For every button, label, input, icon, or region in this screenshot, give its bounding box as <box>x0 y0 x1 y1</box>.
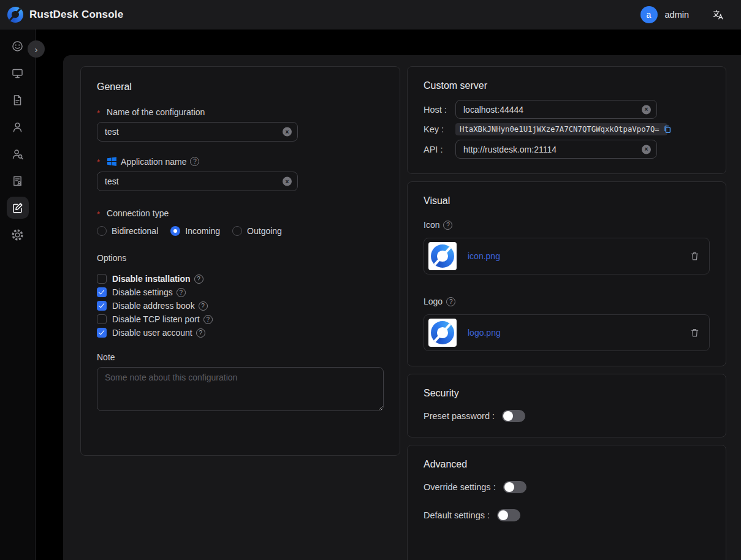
clear-icon[interactable]: × <box>283 177 292 186</box>
custom-server-card: Custom server Host : × Key : HtaXBkJNHyn… <box>407 66 726 174</box>
key-label: Key : <box>424 124 455 134</box>
app-header: RustDesk Console a admin <box>0 0 741 29</box>
host-input[interactable] <box>455 100 657 119</box>
key-value: HtaXBkJNHyn0e1U1jWXze7A7CN7QTGWqxkOtpaVp… <box>460 125 659 134</box>
override-settings-toggle[interactable] <box>503 481 526 493</box>
checkbox-disable-tcp-listen-port[interactable]: Disable TCP listen port? <box>97 314 384 324</box>
trash-icon[interactable] <box>690 251 699 261</box>
checkbox-disable-address-book[interactable]: Disable address book? <box>97 301 384 311</box>
logo-label: Logo ? <box>424 297 710 306</box>
radio-icon <box>232 226 242 236</box>
sidebar-item-settings[interactable] <box>7 224 29 246</box>
checkbox-icon <box>97 301 107 311</box>
preset-password-label: Preset password : <box>424 411 495 421</box>
help-icon[interactable]: ? <box>199 301 208 311</box>
windows-logo-icon <box>107 156 117 167</box>
radio-icon <box>97 226 107 236</box>
sidebar-item-groups[interactable] <box>7 143 29 165</box>
config-name-label: Name of the configuration <box>97 107 384 117</box>
help-icon[interactable]: ? <box>177 288 186 297</box>
help-icon[interactable]: ? <box>203 315 213 324</box>
security-card: Security Preset password : <box>407 374 726 437</box>
api-label: API : <box>424 145 455 154</box>
user-search-icon <box>11 148 24 161</box>
icon-label: Icon ? <box>424 220 710 230</box>
options-label: Options <box>97 253 384 263</box>
visual-card: Visual Icon ? icon.png <box>407 181 726 366</box>
note-label: Note <box>97 352 384 362</box>
logo-filename-link[interactable]: logo.png <box>468 328 690 338</box>
security-title: Security <box>424 388 710 399</box>
checkbox-icon <box>97 328 107 338</box>
clear-icon[interactable]: × <box>642 145 651 154</box>
preset-password-toggle[interactable] <box>502 410 525 422</box>
app-title: RustDesk Console <box>29 9 123 21</box>
help-icon[interactable]: ? <box>446 297 455 306</box>
help-icon[interactable]: ? <box>196 328 205 338</box>
sidebar-item-users[interactable] <box>7 116 29 138</box>
sidebar-item-audit[interactable] <box>7 170 29 192</box>
default-settings-toggle[interactable] <box>497 509 520 521</box>
checkbox-icon <box>97 287 107 297</box>
user-name[interactable]: admin <box>665 10 690 20</box>
radio-outgoing[interactable]: Outgoing <box>232 226 282 236</box>
connection-type-group: Bidirectional Incoming Outgoing <box>97 226 384 236</box>
options-group: Disable installation? Disable settings? … <box>97 274 384 338</box>
app-name-input[interactable] <box>97 172 298 191</box>
api-input[interactable] <box>455 140 657 159</box>
connection-type-label: Connection type <box>97 208 384 218</box>
rustdesk-logo-icon <box>7 7 23 23</box>
document-user-icon <box>11 175 24 187</box>
visual-title: Visual <box>424 195 710 206</box>
logo-upload-row: logo.png <box>424 314 710 351</box>
help-icon[interactable]: ? <box>443 221 452 230</box>
radio-icon <box>170 226 180 236</box>
sidebar-item-devices[interactable] <box>7 62 29 84</box>
clear-icon[interactable]: × <box>283 127 292 137</box>
checkbox-disable-settings[interactable]: Disable settings? <box>97 287 384 297</box>
checkbox-disable-installation[interactable]: Disable installation? <box>97 274 384 284</box>
brand: RustDesk Console <box>7 7 123 23</box>
sidebar-item-documents[interactable] <box>7 89 29 111</box>
note-textarea[interactable] <box>97 367 384 411</box>
override-settings-label: Override settings : <box>424 482 496 492</box>
sidebar <box>0 29 36 560</box>
gear-icon <box>11 229 24 241</box>
app-shell: › General Name of the configuration × <box>0 29 741 560</box>
user-icon <box>11 121 24 134</box>
monitor-icon <box>11 67 24 80</box>
sidebar-expand-button[interactable]: › <box>28 40 45 58</box>
host-label: Host : <box>424 105 455 115</box>
icon-thumbnail <box>428 242 457 270</box>
rustdesk-logo-icon <box>431 321 454 344</box>
key-value-chip: HtaXBkJNHyn0e1U1jWXze7A7CN7QTGWqxkOtpaVp… <box>455 123 667 135</box>
general-title: General <box>97 81 384 93</box>
sidebar-item-custom-clients[interactable] <box>7 197 29 219</box>
edit-square-icon <box>11 202 24 214</box>
radio-incoming[interactable]: Incoming <box>170 226 220 236</box>
default-settings-label: Default settings : <box>424 510 490 520</box>
logo-thumbnail <box>428 319 457 347</box>
sidebar-item-smiley[interactable] <box>7 35 29 57</box>
translate-icon[interactable] <box>712 9 724 20</box>
rustdesk-logo-icon <box>431 244 454 268</box>
copy-icon[interactable] <box>663 125 671 134</box>
checkbox-disable-user-account[interactable]: Disable user account? <box>97 328 384 338</box>
general-card: General Name of the configuration × Appl… <box>80 66 400 456</box>
advanced-card: Advanced Override settings : Default set… <box>407 445 726 560</box>
help-icon[interactable]: ? <box>194 274 203 284</box>
checkbox-icon <box>97 314 107 324</box>
advanced-title: Advanced <box>424 459 710 470</box>
checkbox-icon <box>97 274 107 284</box>
app-name-label: Application name ? <box>97 156 384 167</box>
help-icon[interactable]: ? <box>190 157 199 166</box>
avatar[interactable]: a <box>640 6 658 23</box>
icon-upload-row: icon.png <box>424 238 710 274</box>
document-icon <box>11 94 24 107</box>
config-name-input[interactable] <box>97 122 298 142</box>
trash-icon[interactable] <box>690 328 699 338</box>
smiley-icon <box>11 40 24 53</box>
radio-bidirectional[interactable]: Bidirectional <box>97 226 158 236</box>
clear-icon[interactable]: × <box>642 105 651 114</box>
icon-filename-link[interactable]: icon.png <box>468 251 690 261</box>
